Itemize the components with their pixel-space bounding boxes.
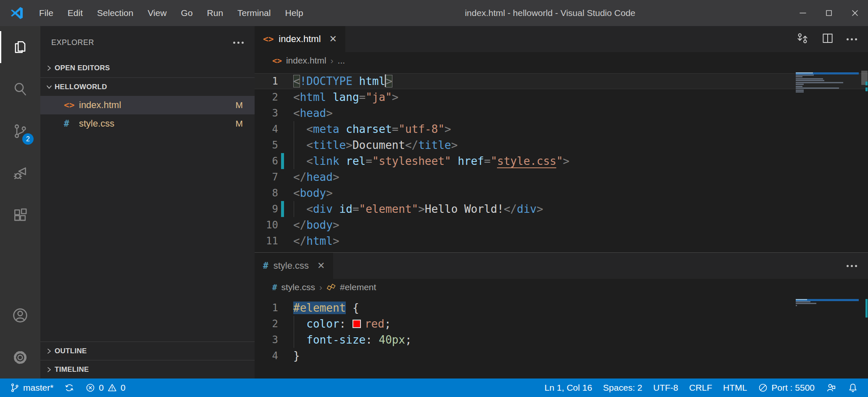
code-line[interactable]: 9 <div id="element">Hello World!</div> [255,201,868,217]
minimap[interactable] [796,299,859,307]
code-line[interactable]: 11</html> [255,233,868,249]
close-tab-icon[interactable]: ✕ [329,34,337,45]
code-line[interactable]: 2<html lang="ja"> [255,89,868,105]
problems-status[interactable]: 0 0 [80,378,131,397]
breadcrumb-symbol[interactable]: #element [340,282,376,292]
breadcrumb-tail[interactable]: ... [338,56,345,66]
menu-run[interactable]: Run [200,0,231,26]
live-server-port-status[interactable]: Port : 5500 [752,378,820,397]
menu-help[interactable]: Help [278,0,310,26]
code-line[interactable]: 1<!DOCTYPE html> [255,73,868,89]
breadcrumb-file[interactable]: index.html [286,56,326,66]
line-number: 2 [255,316,278,332]
indent-guide [294,121,294,137]
more-actions-icon[interactable] [847,265,857,267]
indentation-status[interactable]: Spaces: 2 [597,378,647,397]
modified-mark [865,299,868,318]
minimap[interactable] [796,72,859,93]
code-token: id [339,203,352,215]
notifications-bell-icon[interactable] [842,378,864,397]
code-token [346,302,352,314]
code-editor-index-html[interactable]: 1<!DOCTYPE html>2<html lang="ja">3<head>… [255,69,868,252]
code-line[interactable]: 8<body> [255,185,868,201]
sidebar-more-actions-icon[interactable] [233,42,244,44]
menu-file[interactable]: File [32,0,60,26]
tab-index-html[interactable]: <> index.html ✕ [255,26,346,52]
code-token: > [333,171,339,183]
code-token: title [418,139,451,151]
breadcrumb-file[interactable]: style.css [281,282,315,292]
code-line[interactable]: 4 <meta charset="utf-8"> [255,121,868,137]
encoding-status[interactable]: UTF-8 [648,378,684,397]
feedback-icon[interactable] [820,378,842,397]
line-number: 5 [255,137,278,153]
menu-terminal[interactable]: Terminal [230,0,278,26]
code-line[interactable]: 4} [255,348,868,364]
menu-selection[interactable]: Selection [90,0,140,26]
line-number: 10 [255,217,278,233]
overview-ruler[interactable] [860,69,868,252]
git-branch-status[interactable]: master* [4,378,59,397]
breadcrumb: # style.css › #element [255,279,868,296]
code-token [293,155,306,167]
code-token: html [300,91,326,103]
eol-status[interactable]: CRLF [684,378,718,397]
file-item-style-css[interactable]: # style.css M [40,114,255,133]
code-token: rel [346,155,366,167]
code-line[interactable]: 7</head> [255,169,868,185]
code-token: "stylesheet" [372,155,451,167]
more-actions-icon[interactable] [847,38,857,40]
timeline-section[interactable]: TIMELINE [40,360,255,378]
minimize-button[interactable] [790,0,816,26]
code-line[interactable]: 1#element { [255,300,868,316]
source-control-icon[interactable]: 2 [0,110,40,152]
code-token: > [445,123,451,135]
menu-go[interactable]: Go [174,0,200,26]
tab-style-css[interactable]: # style.css ✕ [255,253,334,279]
html-file-icon: <> [272,56,282,65]
editor-group-top: <> index.html ✕ [255,26,868,252]
outline-section[interactable]: OUTLINE [40,341,255,360]
code-token: Hello World! [425,203,504,215]
open-editors-section[interactable]: OPEN EDITORS [40,59,255,77]
code-token: < [293,107,300,119]
code-editor-style-css[interactable]: 1#element {2 color: red;3 font-size: 40p… [255,296,868,378]
css-file-icon: # [272,283,277,292]
code-token: meta [313,123,339,135]
maximize-button[interactable] [816,0,842,26]
close-tab-icon[interactable]: ✕ [317,260,325,271]
code-token: { [352,302,359,314]
chevron-right-icon [44,65,55,71]
code-token [293,333,306,346]
git-modified-badge: M [236,119,255,129]
run-debug-icon[interactable] [0,152,40,194]
code-line[interactable]: 3<head> [255,105,868,121]
color-swatch [352,320,361,328]
cursor-position-status[interactable]: Ln 1, Col 16 [539,378,597,397]
search-icon[interactable] [0,68,40,110]
code-line[interactable]: 10</body> [255,217,868,233]
file-item-index-html[interactable]: <> index.html M [40,96,255,114]
extensions-icon[interactable] [0,194,40,236]
accounts-icon[interactable] [0,294,40,336]
settings-gear-icon[interactable] [0,336,40,378]
code-token: html [306,235,333,247]
split-editor-icon[interactable] [821,32,834,46]
code-line[interactable]: 5 <title>Document</title> [255,137,868,153]
code-token [293,318,306,330]
menu-view[interactable]: View [140,0,174,26]
code-line[interactable]: 3 font-size: 40px; [255,332,868,348]
explorer-icon[interactable] [0,26,40,68]
overview-ruler[interactable] [860,296,868,378]
folder-section-helloworld[interactable]: HELLOWORLD [40,77,255,96]
code-line[interactable]: 6 <link rel="stylesheet" href="style.css… [255,153,868,169]
sync-icon[interactable] [59,378,80,397]
code-token: "utf-8" [398,123,445,135]
language-mode-status[interactable]: HTML [718,378,752,397]
open-changes-icon[interactable] [796,32,809,46]
code-line[interactable]: 2 color: red; [255,316,868,332]
menu-edit[interactable]: Edit [60,0,90,26]
code-token: > [333,219,339,231]
line-number: 3 [255,332,278,348]
close-window-button[interactable] [842,0,868,26]
